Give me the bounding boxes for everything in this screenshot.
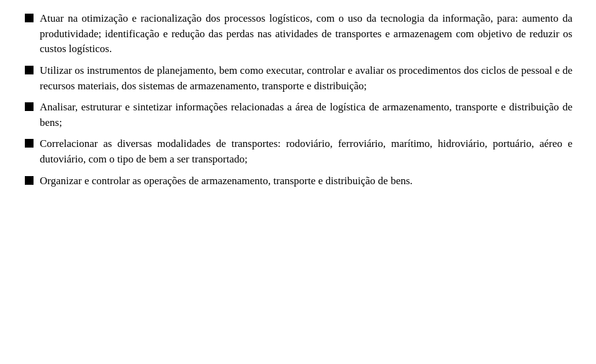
bullet-list: Atuar na otimização e racionalização dos… <box>24 11 572 189</box>
list-item: Utilizar os instrumentos de planejamento… <box>24 63 572 94</box>
bullet-text-5: Organizar e controlar as operações de ar… <box>40 174 572 189</box>
bullet-text-1: Atuar na otimização e racionalização dos… <box>40 11 572 57</box>
svg-rect-1 <box>25 66 34 74</box>
bullet-square-icon <box>24 138 35 149</box>
bullet-text-3: Analisar, estruturar e sintetizar inform… <box>40 100 572 130</box>
svg-rect-0 <box>25 14 34 22</box>
main-content: Atuar na otimização e racionalização dos… <box>0 0 596 206</box>
svg-rect-4 <box>25 176 34 185</box>
bullet-square-icon <box>24 175 35 186</box>
list-item: Atuar na otimização e racionalização dos… <box>24 11 572 57</box>
svg-rect-2 <box>25 102 34 111</box>
list-item: Correlacionar as diversas modalidades de… <box>24 136 572 167</box>
bullet-square-icon <box>24 64 35 76</box>
bullet-square-icon <box>24 101 35 112</box>
bullet-text-4: Correlacionar as diversas modalidades de… <box>40 136 572 167</box>
bullet-square-icon <box>24 12 35 24</box>
svg-rect-3 <box>25 139 34 148</box>
list-item: Organizar e controlar as operações de ar… <box>24 174 572 189</box>
bullet-text-2: Utilizar os instrumentos de planejamento… <box>40 63 572 94</box>
list-item: Analisar, estruturar e sintetizar inform… <box>24 100 572 130</box>
